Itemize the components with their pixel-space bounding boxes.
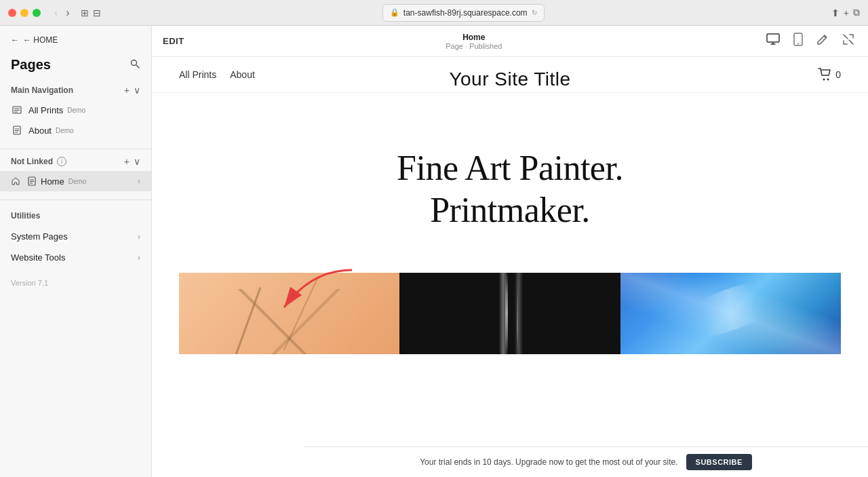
page-status-label: Page · Published (446, 42, 502, 50)
not-linked-collapse-button[interactable]: ∨ (134, 156, 140, 167)
edit-label: EDIT (163, 36, 184, 46)
main-layout: ← ← HOME Pages Main Navigation + (0, 26, 868, 477)
pages-sidebar: ← ← HOME Pages Main Navigation + (0, 26, 152, 477)
page-status-center: Home Page · Published (446, 33, 502, 50)
not-linked-title: Not Linked (11, 157, 53, 166)
plus-icon: + (124, 85, 130, 96)
chevron-down-icon: ∨ (134, 85, 140, 96)
page-status-name: Home (462, 33, 485, 42)
trial-bar: Your trial ends in 10 days. Upgrade now … (304, 446, 868, 477)
all-prints-info: All Prints Demo (28, 105, 132, 115)
browser-chrome: ‹ › ⊞ ⊟ 🔒 tan-sawfish-89rj.squarespace.c… (0, 0, 868, 26)
main-nav-collapse-button[interactable]: ∨ (134, 85, 140, 96)
page-item-all-prints[interactable]: All Prints Demo › (0, 100, 151, 120)
home-badge: Demo (68, 178, 87, 185)
edit-actions (764, 30, 857, 52)
sidebar-toggle-button[interactable]: ⊞ (81, 7, 89, 18)
pencil-icon (816, 33, 829, 45)
svg-point-0 (132, 60, 137, 65)
gallery-item-2[interactable] (399, 273, 620, 354)
hero-section: Fine Art Painter. Printmaker. (152, 93, 868, 273)
website-tools-label: Website Tools (11, 252, 65, 263)
site-nav: All Prints About Your Site Title 0 (152, 57, 868, 93)
close-button[interactable] (8, 9, 16, 17)
not-linked-add-button[interactable]: + (124, 156, 130, 167)
not-linked-actions: + ∨ (124, 156, 140, 167)
page-item-about[interactable]: About Demo › (0, 120, 151, 140)
search-icon (130, 58, 140, 69)
main-nav-section: Main Navigation + ∨ (0, 81, 151, 146)
all-prints-icon (11, 104, 23, 116)
content-area: EDIT Home Page · Published (152, 26, 868, 477)
cart-count: 0 (835, 69, 841, 80)
cart-icon[interactable]: 0 (818, 68, 841, 81)
traffic-lights (8, 9, 41, 17)
website-tools-chevron-icon: › (138, 253, 140, 263)
utility-item-system-pages[interactable]: System Pages › (0, 226, 151, 247)
utilities-section: Utilities System Pages › Website Tools › (0, 203, 151, 273)
page-item-home[interactable]: Home Demo › (0, 171, 151, 191)
not-linked-info-icon[interactable]: i (57, 157, 66, 166)
utility-item-website-tools[interactable]: Website Tools › (0, 247, 151, 268)
svg-point-20 (827, 79, 829, 81)
window-controls: ⬆ + ⧉ (831, 7, 860, 18)
nav-link-all-prints[interactable]: All Prints (179, 69, 216, 80)
home-chevron-button[interactable]: › (138, 176, 140, 186)
reload-icon[interactable]: ↻ (532, 9, 537, 16)
home-name: Home (41, 176, 64, 187)
site-title: Your Site Title (449, 69, 570, 90)
subscribe-button[interactable]: SUBSCRIBE (686, 454, 752, 470)
hero-title: Fine Art Painter. Printmaker. (397, 147, 623, 232)
back-home-button[interactable]: ← ← HOME (11, 35, 58, 45)
pages-search-button[interactable] (130, 58, 140, 72)
tab-overview-button[interactable]: ⊟ (93, 7, 101, 18)
pages-title-row: Pages (0, 52, 151, 81)
hero-line-2: Printmaker. (397, 189, 623, 231)
new-tab-button[interactable]: + (844, 7, 849, 18)
trial-message: Your trial ends in 10 days. Upgrade now … (420, 457, 677, 467)
main-nav-header: Main Navigation + ∨ (0, 81, 151, 100)
all-prints-badge: Demo (67, 107, 85, 114)
site-nav-links: All Prints About (179, 69, 255, 80)
about-name: About (28, 126, 52, 136)
nav-link-about[interactable]: About (230, 69, 255, 80)
about-badge: Demo (56, 127, 74, 134)
about-icon (11, 124, 23, 136)
back-arrow-icon: ← (11, 35, 19, 45)
browser-nav: ‹ › (52, 5, 73, 20)
system-pages-chevron-icon: › (138, 232, 140, 242)
svg-rect-14 (767, 34, 779, 42)
main-nav-add-button[interactable]: + (124, 85, 130, 96)
not-linked-section: Not Linked i + ∨ (0, 152, 151, 197)
hero-line-1: Fine Art Painter. (397, 147, 623, 189)
shopping-cart-icon (818, 68, 833, 81)
home-marker-icon (11, 176, 20, 186)
system-pages-label: System Pages (11, 231, 68, 242)
home-info: Home Demo (41, 176, 135, 187)
sidebar-right-button[interactable]: ⧉ (853, 7, 860, 18)
url-text: tan-sawfish-89rj.squarespace.com (403, 8, 528, 18)
desktop-view-button[interactable] (764, 31, 783, 52)
share-button[interactable]: ⬆ (831, 7, 840, 18)
gallery-item-1[interactable] (179, 273, 399, 354)
forward-nav-button[interactable]: › (63, 5, 72, 20)
main-nav-title: Main Navigation (11, 85, 73, 95)
url-bar[interactable]: 🔒 tan-sawfish-89rj.squarespace.com ↻ (382, 4, 545, 22)
lock-icon: 🔒 (390, 8, 399, 17)
sidebar-back-header: ← ← HOME (0, 26, 151, 52)
utilities-title: Utilities (0, 211, 151, 226)
site-preview: All Prints About Your Site Title 0 Fine … (152, 57, 868, 477)
back-nav-button[interactable]: ‹ (52, 5, 60, 20)
divider-2 (0, 199, 151, 200)
edit-pencil-button[interactable] (814, 31, 831, 52)
maximize-button[interactable] (33, 9, 41, 17)
mobile-icon (793, 33, 803, 46)
edit-bar: EDIT Home Page · Published (152, 26, 868, 57)
mobile-view-button[interactable] (791, 30, 806, 52)
gallery-item-3[interactable] (620, 273, 841, 354)
main-nav-actions: + ∨ (124, 85, 140, 96)
expand-button[interactable] (840, 31, 857, 52)
not-linked-header: Not Linked i + ∨ (0, 152, 151, 171)
minimize-button[interactable] (20, 9, 28, 17)
svg-point-18 (797, 43, 799, 45)
